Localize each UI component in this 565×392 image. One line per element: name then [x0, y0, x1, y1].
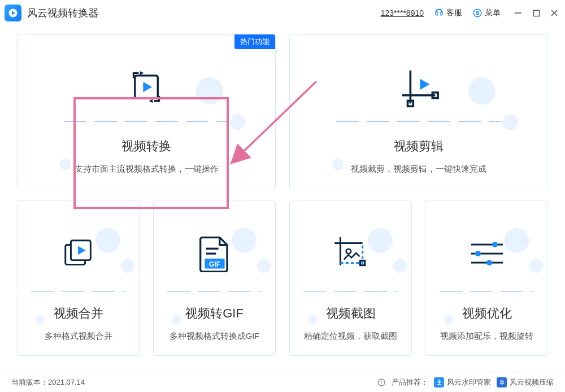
version-value: 2021.07.14 [48, 378, 85, 386]
version-label: 当前版本： [11, 377, 48, 387]
menu-icon [472, 8, 483, 18]
svg-point-33 [492, 242, 498, 247]
card-desc: 精确定位视频，获取截图 [304, 331, 397, 342]
maximize-button[interactable] [532, 9, 540, 17]
recommend-watermark-label: 风云水印管家 [447, 377, 491, 387]
card-video-optimize[interactable]: 视频优化 视频添加配乐，视频旋转 [425, 201, 548, 356]
recommend-watermark[interactable]: 风云水印管家 [434, 377, 491, 387]
svg-text:?: ? [380, 380, 383, 385]
card-divider [31, 291, 126, 291]
close-button[interactable] [550, 9, 558, 17]
card-video-merge[interactable]: 视频合并 多种格式视频合并 [17, 201, 140, 356]
recommend-label: 产品推荐： [392, 377, 428, 387]
card-video-edit[interactable]: 视频剪辑 视频裁剪，视频剪辑，一键快速完成 [289, 34, 548, 189]
title-bar: 风云视频转换器 123****8910 客服 菜单 [0, 0, 565, 26]
card-title: 视频合并 [54, 305, 103, 322]
card-divider [336, 121, 501, 122]
video-convert-icon [126, 67, 167, 107]
video-screenshot-icon [332, 235, 370, 272]
card-title: 视频剪辑 [394, 138, 444, 155]
svg-marker-11 [143, 82, 152, 92]
minimize-icon [514, 9, 522, 17]
app-logo [5, 5, 21, 21]
support-label: 客服 [446, 8, 462, 18]
watermark-app-icon [434, 377, 444, 387]
card-video-convert[interactable]: 热门功能 视频转换 支持市面主流视频格式转换，一键操作 [17, 34, 276, 189]
card-divider [64, 121, 229, 122]
svg-marker-12 [140, 71, 144, 75]
card-title: 视频优化 [462, 305, 512, 322]
card-divider [167, 291, 262, 291]
card-desc: 视频裁剪，视频剪辑，一键快速完成 [351, 164, 486, 175]
main-content: 热门功能 视频转换 支持市面主流视频格式转换，一键操作 [0, 26, 565, 356]
card-title: 视频转GIF [185, 305, 244, 322]
video-gif-icon: GIF [198, 235, 231, 272]
svg-marker-13 [149, 99, 153, 103]
video-edit-icon [397, 65, 441, 109]
svg-point-35 [486, 260, 492, 265]
maximize-icon [533, 10, 540, 17]
sliders-icon [469, 238, 505, 269]
menu-button[interactable]: 菜单 [472, 8, 501, 18]
card-divider [440, 291, 534, 291]
menu-label: 菜单 [485, 8, 501, 18]
svg-point-34 [475, 251, 481, 256]
card-desc: 视频添加配乐，视频旋转 [440, 331, 533, 342]
svg-marker-18 [420, 79, 429, 90]
card-video-gif[interactable]: GIF 视频转GIF 多种视频格式转换成GIF [153, 201, 276, 356]
app-title: 风云视频转换器 [27, 6, 98, 20]
recommend-compress-label: 风云视频压缩 [510, 377, 554, 387]
card-title: 视频转换 [121, 138, 171, 155]
recommend-compress[interactable]: 风云视频压缩 [497, 377, 554, 387]
hot-badge: 热门功能 [234, 34, 275, 49]
help-icon[interactable]: ? [377, 378, 386, 387]
card-desc: 多种视频格式转换成GIF [169, 331, 259, 342]
card-desc: 多种格式视频合并 [45, 331, 112, 342]
card-desc: 支持市面主流视频格式转换，一键操作 [75, 164, 219, 175]
compress-app-icon [497, 377, 507, 387]
card-title: 视频截图 [326, 305, 376, 322]
card-divider [303, 291, 398, 291]
svg-text:GIF: GIF [208, 260, 220, 268]
svg-point-29 [346, 249, 350, 253]
support-button[interactable]: 客服 [434, 8, 462, 18]
card-video-screenshot[interactable]: 视频截图 精确定位视频，获取截图 [289, 201, 412, 356]
close-icon [550, 9, 558, 17]
svg-rect-7 [533, 10, 539, 16]
user-id[interactable]: 123****8910 [381, 8, 424, 18]
video-merge-icon [61, 236, 96, 271]
footer: 当前版本： 2021.07.14 ? 产品推荐： 风云水印管家 风云视频压缩 [0, 372, 565, 392]
headset-icon [434, 8, 444, 18]
minimize-button[interactable] [514, 9, 522, 17]
